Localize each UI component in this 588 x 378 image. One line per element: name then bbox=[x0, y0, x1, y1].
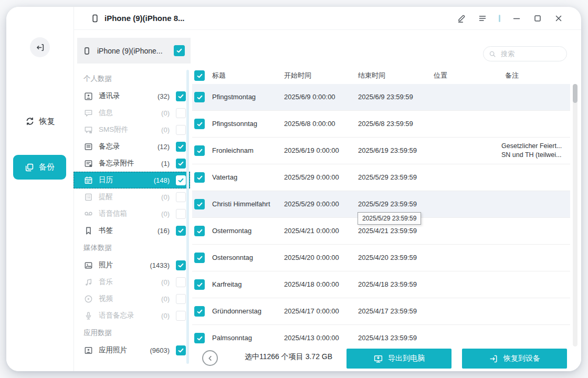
device-selector[interactable]: iPhone (9)(iPhone... bbox=[77, 38, 191, 64]
category-item-bookmarks[interactable]: 书签 (16) bbox=[74, 222, 190, 239]
table-row[interactable]: Ostersonntag 2025/4/20 0:00:00 2025/4/20… bbox=[192, 245, 570, 271]
cell-title: Vatertag bbox=[212, 173, 237, 181]
table-row[interactable]: Fronleichnam 2025/6/19 0:00:00 2025/6/19… bbox=[192, 138, 570, 164]
category-checkbox[interactable] bbox=[176, 209, 186, 219]
category-item-voicemail[interactable]: 语音信箱 (0) bbox=[74, 205, 190, 222]
table-row[interactable]: Pfingstsonntag 2025/6/8 0:00:00 2025/6/8… bbox=[192, 111, 570, 138]
category-item-contacts[interactable]: 通讯录 (32) bbox=[74, 88, 190, 104]
cell-start-time: 2025/4/21 0:00:00 bbox=[284, 227, 339, 235]
minimize-icon[interactable] bbox=[512, 14, 521, 23]
cell-title: Ostersonntag bbox=[212, 254, 253, 261]
cell-start-time: 2025/6/9 0:00:00 bbox=[284, 93, 335, 101]
category-label: 照片 bbox=[99, 260, 113, 270]
row-checkbox[interactable] bbox=[194, 306, 205, 317]
category-checkbox[interactable] bbox=[176, 142, 186, 152]
device-name: iPhone (9)(iPhone... bbox=[97, 47, 174, 55]
category-count: (32) bbox=[158, 92, 170, 100]
category-item-music[interactable]: 音乐 (0) bbox=[74, 274, 190, 290]
export-label: 导出到电脑 bbox=[388, 354, 425, 363]
cell-end-time: 2025/4/18 23:59:59 bbox=[358, 280, 417, 288]
cell-title: Karfreitag bbox=[212, 280, 242, 288]
cell-start-time: 2025/4/17 0:00:00 bbox=[284, 307, 339, 315]
category-item-calendar[interactable]: 日历 (148) bbox=[74, 172, 190, 188]
search-box[interactable] bbox=[483, 46, 567, 61]
table-row[interactable]: Gründonnerstag 2025/4/17 0:00:00 2025/4/… bbox=[192, 298, 570, 325]
category-count: (0) bbox=[161, 193, 170, 201]
category-checkbox[interactable] bbox=[176, 277, 186, 287]
category-checkbox[interactable] bbox=[176, 192, 186, 202]
category-item-voice-memos[interactable]: 语音备忘录 (0) bbox=[74, 307, 190, 324]
category-item-sms-attachments[interactable]: SMS附件 (0) bbox=[74, 121, 190, 138]
photos-icon bbox=[84, 261, 93, 270]
category-scrollbar[interactable] bbox=[186, 70, 189, 364]
row-checkbox[interactable] bbox=[194, 226, 205, 236]
bookmarks-icon bbox=[84, 226, 93, 235]
maximize-icon[interactable] bbox=[533, 14, 542, 23]
row-checkbox[interactable] bbox=[194, 119, 205, 129]
cell-title: Gründonnerstag bbox=[212, 307, 261, 315]
column-header: 结束时间 bbox=[358, 71, 385, 80]
category-checkbox[interactable] bbox=[176, 294, 186, 304]
category-item-reminders[interactable]: 提醒 (0) bbox=[74, 188, 190, 205]
category-count: (0) bbox=[161, 312, 170, 320]
search-input[interactable] bbox=[500, 49, 561, 58]
device-checkbox[interactable] bbox=[174, 45, 185, 56]
table-row[interactable]: Vatertag 2025/5/29 0:00:00 2025/5/29 23:… bbox=[192, 164, 570, 191]
voice-memos-icon bbox=[84, 311, 93, 320]
cell-start-time: 2025/5/29 0:00:00 bbox=[284, 200, 339, 208]
row-checkbox[interactable] bbox=[194, 199, 205, 209]
menu-icon[interactable] bbox=[478, 14, 487, 23]
edit-icon[interactable] bbox=[457, 14, 466, 23]
category-label: 备忘录附件 bbox=[99, 159, 134, 168]
back-button[interactable] bbox=[202, 350, 218, 366]
category-count: (12) bbox=[158, 143, 170, 151]
cell-end-time: 2025/5/29 23:59:59 bbox=[358, 173, 417, 181]
category-item-notes[interactable]: 备忘录 (12) bbox=[74, 138, 190, 155]
category-item-photos[interactable]: 照片 (1433) bbox=[74, 257, 190, 274]
app-window: 恢复 备份 iPhone (9)(iPhone 8... iPhone (9)(… bbox=[6, 7, 581, 371]
category-checkbox[interactable] bbox=[176, 159, 186, 169]
category-checkbox[interactable] bbox=[176, 226, 186, 236]
category-label: 提醒 bbox=[99, 192, 113, 202]
category-checkbox[interactable] bbox=[176, 91, 186, 101]
category-item-app-photos[interactable]: 应用照片 (9603) bbox=[74, 342, 190, 359]
row-checkbox[interactable] bbox=[194, 279, 205, 290]
voicemail-icon bbox=[84, 209, 93, 218]
restore-to-device-button[interactable]: 恢复到设备 bbox=[462, 349, 567, 369]
category-checkbox[interactable] bbox=[176, 345, 186, 355]
export-to-pc-button[interactable]: 导出到电脑 bbox=[346, 349, 452, 369]
category-count: (0) bbox=[161, 109, 170, 117]
sidebar-item-restore[interactable]: 恢复 bbox=[6, 114, 74, 129]
left-sidebar: 恢复 备份 bbox=[6, 7, 74, 371]
select-all-checkbox[interactable] bbox=[194, 70, 205, 81]
sidebar-item-backup[interactable]: 备份 bbox=[13, 155, 66, 180]
category-checkbox[interactable] bbox=[176, 125, 186, 135]
category-item-notes-attachments[interactable]: 备忘录附件 (1) bbox=[74, 155, 190, 172]
row-checkbox[interactable] bbox=[194, 333, 205, 343]
phone-icon bbox=[83, 45, 91, 57]
category-checkbox[interactable] bbox=[176, 311, 186, 321]
scrollbar-thumb[interactable] bbox=[573, 84, 578, 103]
table-row[interactable]: Pfingstmontag 2025/6/9 0:00:00 2025/6/9 … bbox=[192, 84, 570, 111]
category-checkbox[interactable] bbox=[176, 260, 186, 270]
export-icon bbox=[373, 354, 383, 364]
cell-end-time: 2025/6/8 23:59:59 bbox=[358, 120, 413, 128]
row-checkbox[interactable] bbox=[194, 92, 205, 102]
table-row[interactable]: Karfreitag 2025/4/18 0:00:00 2025/4/18 2… bbox=[192, 271, 570, 298]
category-item-messages[interactable]: 信息 (0) bbox=[74, 104, 190, 121]
column-header: 备注 bbox=[505, 71, 519, 80]
exit-icon bbox=[36, 43, 45, 52]
category-item-videos[interactable]: 视频 (0) bbox=[74, 290, 190, 307]
row-checkbox[interactable] bbox=[194, 145, 205, 156]
close-icon[interactable] bbox=[554, 14, 563, 23]
row-checkbox[interactable] bbox=[194, 172, 205, 183]
exit-button[interactable] bbox=[30, 37, 50, 57]
category-checkbox[interactable] bbox=[176, 108, 186, 118]
category-count: (0) bbox=[161, 126, 170, 134]
notes-attachments-icon bbox=[84, 159, 93, 168]
table-scrollbar[interactable] bbox=[573, 84, 578, 346]
music-icon bbox=[84, 278, 93, 287]
row-checkbox[interactable] bbox=[194, 253, 205, 263]
category-checkbox[interactable] bbox=[176, 175, 186, 185]
column-header: 标题 bbox=[212, 71, 226, 80]
